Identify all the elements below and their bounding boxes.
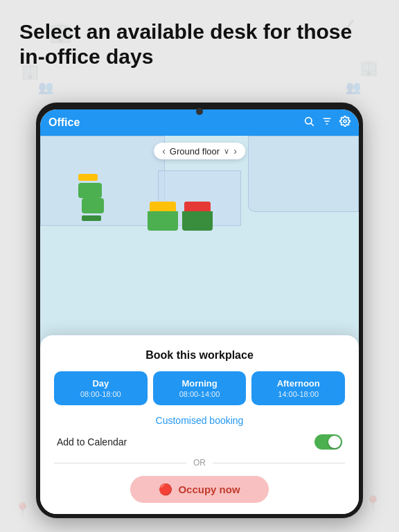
app-screen: Office (40, 109, 359, 514)
floor-chevron-icon[interactable]: ∨ (224, 147, 229, 156)
search-icon[interactable] (303, 116, 314, 130)
calendar-label: Add to Calendar (57, 436, 314, 447)
divider-line-left (54, 463, 186, 463)
bottom-sheet-title: Book this workplace (54, 349, 345, 362)
toggle-knob (328, 436, 341, 448)
page-title: Select an available desk for those in-of… (19, 19, 380, 69)
booking-option-day-time: 08:00-18:00 (58, 390, 143, 398)
booking-options: Day 08:00-18:00 Morning 08:00-14:00 Afte… (54, 371, 345, 405)
filter-icon[interactable] (321, 116, 332, 130)
svg-point-5 (344, 120, 346, 123)
svg-point-0 (305, 118, 312, 124)
app-header-icons (303, 116, 351, 130)
booking-option-morning[interactable]: Morning 08:00-14:00 (153, 371, 247, 405)
occupy-btn-label: Occupy now (178, 484, 240, 495)
bottom-sheet: Book this workplace Day 08:00-18:00 Morn… (40, 335, 359, 514)
booking-option-afternoon-time: 14:00-18:00 (256, 390, 341, 398)
calendar-row: Add to Calendar (54, 434, 345, 450)
floor-label: Ground floor (170, 146, 220, 157)
tablet-frame: Office (36, 103, 363, 518)
booking-option-morning-time: 08:00-14:00 (157, 390, 242, 398)
svg-line-1 (311, 123, 314, 126)
map-area[interactable]: ‹ Ground floor ∨ › (40, 136, 359, 514)
booking-option-morning-name: Morning (157, 378, 242, 389)
selected-desks-cluster[interactable] (148, 202, 213, 231)
or-text: OR (193, 458, 206, 468)
room-shape-2 (248, 136, 359, 212)
booking-option-afternoon[interactable]: Afternoon 14:00-18:00 (251, 371, 345, 405)
occupy-icon: 🔴 (159, 483, 172, 496)
floor-next-arrow[interactable]: › (233, 145, 237, 157)
booking-option-day-name: Day (58, 378, 143, 389)
occupy-now-button[interactable]: 🔴 Occupy now (130, 476, 269, 503)
app-title: Office (48, 116, 303, 129)
booking-option-afternoon-name: Afternoon (256, 378, 341, 389)
customised-booking-link[interactable]: Customised booking (54, 415, 345, 426)
floor-selector[interactable]: ‹ Ground floor ∨ › (154, 143, 245, 159)
desk-item-1[interactable] (78, 174, 102, 198)
page-header: Select an available desk for those in-of… (19, 19, 380, 69)
camera-notch (196, 108, 203, 115)
desk-item-2[interactable] (82, 198, 104, 221)
calendar-toggle[interactable] (314, 434, 342, 450)
divider-line-right (213, 463, 345, 463)
floor-prev-arrow[interactable]: ‹ (162, 145, 166, 157)
settings-icon[interactable] (339, 116, 351, 130)
or-divider: OR (54, 458, 345, 468)
booking-option-day[interactable]: Day 08:00-18:00 (54, 371, 148, 405)
